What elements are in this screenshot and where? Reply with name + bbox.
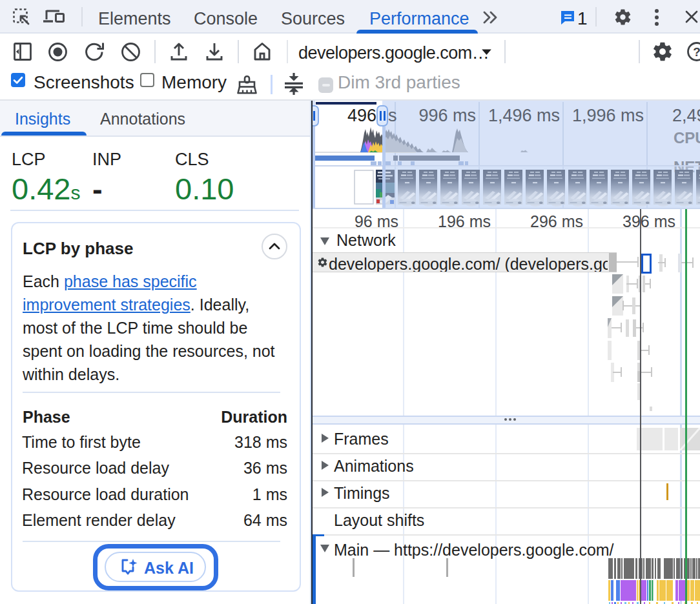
svg-text:?: ? — [693, 45, 700, 59]
